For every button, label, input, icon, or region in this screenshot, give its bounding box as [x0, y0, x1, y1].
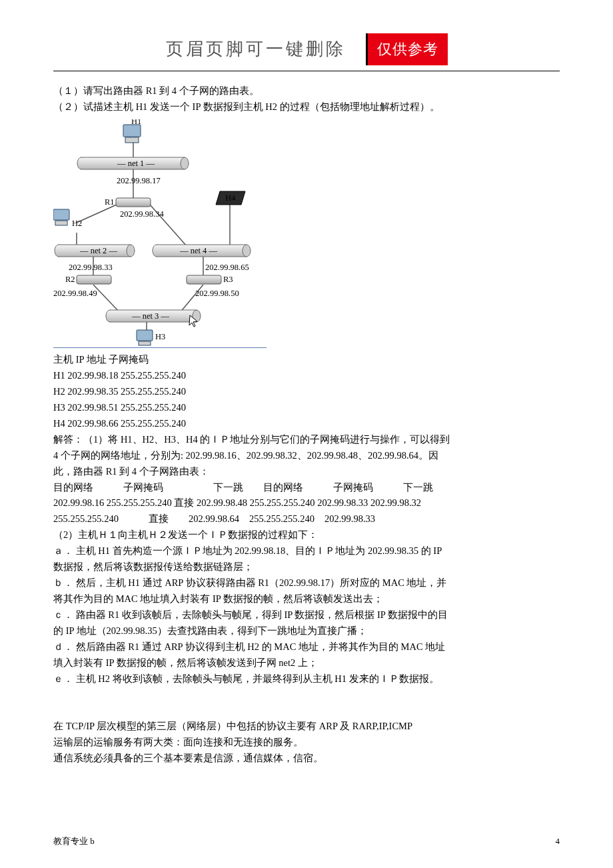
host-h1-icon: [123, 125, 141, 143]
svg-line-2: [77, 205, 117, 223]
page-footer: 教育专业 b 4: [53, 834, 560, 848]
svg-rect-11: [123, 125, 141, 137]
header-divider: [53, 71, 560, 71]
host-h3-icon: [137, 330, 153, 345]
document-content: （１）请写出路由器 R1 到 4 个子网的路由表。 （２）试描述主机 H1 发送…: [53, 83, 560, 767]
h1-label: H1: [131, 119, 141, 126]
answer-intro-1: 解答：（1）将 H1、H2、H3、H4 的ＩＰ地址分别与它们的子网掩码进行与操作…: [53, 432, 560, 448]
host-row-1: H1 202.99.98.18 255.255.255.240: [53, 368, 560, 384]
page-header: 页眉页脚可一键删除 仅供参考: [53, 33, 560, 65]
route-table-row-2: 255.255.255.240 直接 202.99.98.64 255.255.…: [53, 511, 560, 527]
step-d-2: 填入封装有 IP 数据报的帧，然后将该帧发送到子网 net2 上；: [53, 655, 560, 671]
ip-r1-left: 202.99.98.34: [120, 209, 164, 219]
svg-rect-12: [125, 137, 139, 143]
route-table-row-1: 202.99.98.16 255.255.255.240 直接 202.99.9…: [53, 495, 560, 511]
answer-intro-3: 此，路由器 R1 到 4 个子网路由表：: [53, 464, 560, 480]
step-a-2: 数据报，然后将该数据报传送给数据链路层；: [53, 559, 560, 575]
r3-label: R3: [223, 275, 233, 284]
ip-r2-top: 202.99.98.33: [69, 263, 113, 272]
router-r1-shape: [116, 198, 151, 207]
router-r3-shape: [187, 275, 221, 284]
net3-label: — net 3 —: [131, 311, 169, 321]
h2-label: H2: [72, 219, 82, 228]
network-diagram: H1 H2 H4 H3 — net 1 — — net 2 — — net 4 …: [53, 119, 267, 348]
answer-intro-2: 4 个子网的网络地址，分别为: 202.99.98.16、202.99.98.3…: [53, 448, 560, 464]
step-d-1: ｄ． 然后路由器 R1 通过 ARP 协议得到主机 H2 的 MAC 地址，并将…: [53, 639, 560, 655]
ip-r2-bottom: 202.99.98.49: [53, 289, 97, 298]
note-2: 运输层的运输服务有两大类：面向连接和无连接的服务。: [53, 735, 560, 751]
router-r2-shape: [77, 275, 111, 284]
r2-label: R2: [65, 275, 75, 284]
question-2: （２）试描述主机 H1 发送一个 IP 数据报到主机 H2 的过程（包括物理地址…: [53, 99, 560, 115]
host-table-header: 主机 IP 地址 子网掩码: [53, 352, 560, 368]
footer-left: 教育专业 b: [53, 834, 95, 848]
host-row-4: H4 202.99.98.66 255.255.255.240: [53, 416, 560, 432]
host-row-2: H2 202.99.98.35 255.255.255.240: [53, 384, 560, 400]
step-b-1: ｂ． 然后，主机 H1 通过 ARP 协议获得路由器 R1（202.99.98.…: [53, 575, 560, 591]
ip-r3-top: 202.99.98.65: [205, 263, 249, 272]
ip-r1-top: 202.99.98.17: [117, 176, 161, 185]
svg-point-31: [243, 245, 251, 257]
h3-label: H3: [155, 332, 165, 341]
svg-rect-15: [137, 330, 153, 341]
header-title: 页眉页脚可一键删除: [166, 35, 346, 64]
note-3: 通信系统必须具备的三个基本要素是信源，通信媒体，信宿。: [53, 751, 560, 767]
svg-rect-14: [55, 221, 67, 225]
step-e: ｅ． 主机 H2 将收到该帧，去除帧头与帧尾，并最终得到从主机 H1 发来的ＩＰ…: [53, 671, 560, 687]
note-1: 在 TCP/IP 层次模型的第三层（网络层）中包括的协议主要有 ARP 及 RA…: [53, 719, 560, 735]
r1-label: R1: [105, 197, 115, 207]
svg-rect-13: [53, 209, 69, 220]
ip-r3-bottom: 202.99.98.50: [195, 289, 239, 298]
net2-label: — net 2 —: [79, 246, 117, 255]
host-h2-icon: [53, 209, 69, 225]
step-c-1: ｃ． 路由器 R1 收到该帧后，去除帧头与帧尾，得到 IP 数据报，然后根据 I…: [53, 607, 560, 623]
step-a-1: ａ． 主机 H1 首先构造一个源ＩＰ地址为 202.99.98.18、目的ＩＰ地…: [53, 543, 560, 559]
svg-line-7: [93, 285, 120, 313]
h4-label: H4: [225, 193, 236, 203]
net4-label: — net 4 —: [179, 246, 217, 255]
answer-part2-intro: （2）主机Ｈ１向主机Ｈ２发送一个ＩＰ数据报的过程如下：: [53, 527, 560, 543]
net1-label: — net 1 —: [117, 159, 155, 168]
svg-rect-16: [139, 341, 151, 345]
route-table-header: 目的网络 子网掩码 下一跳 目的网络 子网掩码 下一跳: [53, 480, 560, 496]
step-b-2: 将其作为目的 MAC 地址填入封装有 IP 数据报的帧，然后将该帧发送出去；: [53, 591, 560, 607]
reference-badge: 仅供参考: [366, 33, 448, 65]
question-1: （１）请写出路由器 R1 到 4 个子网的路由表。: [53, 83, 560, 99]
host-row-3: H3 202.99.98.51 255.255.255.240: [53, 400, 560, 416]
svg-point-21: [181, 157, 189, 169]
step-c-2: 的 IP 地址（202.99.98.35）去查找路由表，得到下一跳地址为直接广播…: [53, 623, 560, 639]
svg-point-26: [127, 245, 135, 257]
page-number: 4: [556, 834, 560, 848]
